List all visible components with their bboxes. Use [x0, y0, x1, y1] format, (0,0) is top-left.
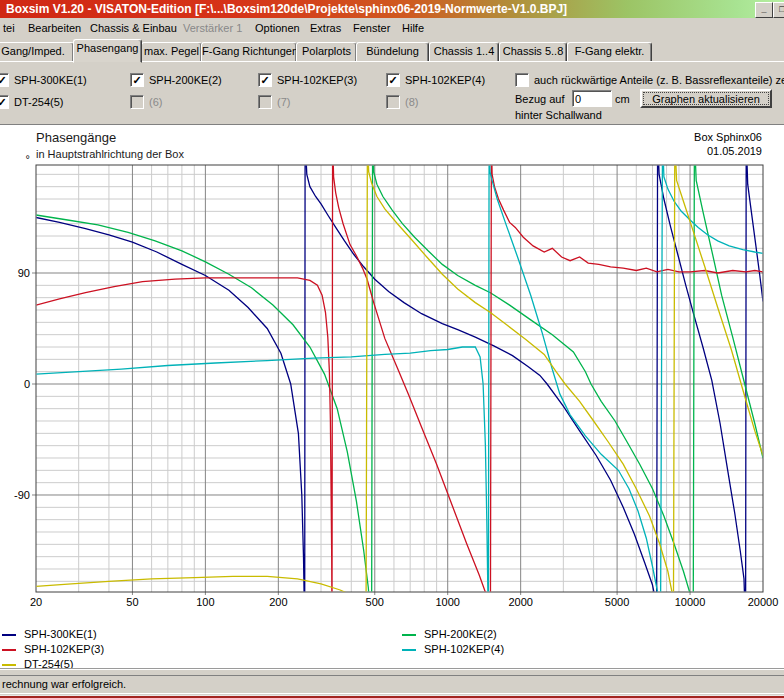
chart-panel: Phasengänge in Hauptstrahlrichtung der B…: [0, 124, 784, 668]
driver-label: (7): [277, 95, 290, 109]
driver-label: SPH-300KE(1): [14, 73, 87, 87]
checkbox-checked-icon[interactable]: ✓: [386, 73, 400, 87]
bezug-unit-label: cm: [615, 93, 630, 105]
statusbar: rechnung war erfolgreich.: [0, 668, 784, 698]
tab-max-pegel[interactable]: max. Pegel: [141, 42, 202, 62]
bezug-label: Bezug auf: [515, 93, 565, 105]
menubar: tei Bearbeiten Chassis & Einbau Verstärk…: [0, 18, 784, 38]
menu-item-hilfe[interactable]: Hilfe: [400, 18, 426, 38]
bezug-input[interactable]: [572, 90, 612, 107]
legend-swatch-green: [402, 634, 416, 636]
checkbox-unchecked-icon: [258, 95, 272, 109]
boxsim-window: Boxsim V1.20 - VISATON-Edition [F:\...\B…: [0, 0, 784, 698]
chart-date: 01.05.2019: [707, 145, 762, 157]
checkbox-checked-icon[interactable]: ✓: [130, 73, 144, 87]
driver-label: SPH-102KEP(3): [277, 73, 357, 87]
window-title: Boxsim V1.20 - VISATON-Edition [F:\...\B…: [6, 2, 567, 16]
tab-fgang-richtungen[interactable]: F-Gang Richtungen: [201, 42, 297, 62]
checkbox-unchecked-icon[interactable]: [515, 73, 529, 87]
chart-title: Phasengänge: [36, 130, 116, 145]
menu-item-optionen[interactable]: Optionen: [253, 18, 302, 38]
menu-item-verstaerker: Verstärker 1: [181, 18, 244, 38]
driver-label: (8): [405, 95, 418, 109]
rear-contribution-label: auch rückwärtige Anteile (z. B. Bassrefl…: [534, 73, 784, 87]
status-message: rechnung war erfolgreich.: [0, 675, 784, 694]
tab-fgang-imped[interactable]: Gang/Imped.: [0, 42, 74, 62]
tabbar: Gang/Imped. Phasengang max. Pegel F-Gang…: [0, 38, 784, 61]
legend-swatch-cyan: [402, 649, 416, 651]
legend-swatch-red: [2, 649, 16, 651]
driver-label: SPH-102KEP(4): [405, 73, 485, 87]
legend-label: SPH-300KE(1): [24, 628, 97, 641]
checkbox-checked-icon[interactable]: ✓: [0, 73, 9, 87]
tab-fgang-elektr[interactable]: F-Gang elektr.: [567, 42, 652, 62]
tab-chassis-1-4[interactable]: Chassis 1..4: [429, 42, 499, 62]
driver-label: SPH-200KE(2): [149, 73, 222, 87]
driver-label: DT-254(5): [14, 95, 64, 109]
menu-item-chassis-einbau[interactable]: Chassis & Einbau: [88, 18, 179, 38]
checkbox-unchecked-icon: [130, 95, 144, 109]
titlebar[interactable]: Boxsim V1.20 - VISATON-Edition [F:\...\B…: [0, 0, 784, 18]
menu-item-datei-clipped[interactable]: tei: [1, 18, 17, 38]
menu-item-bearbeiten[interactable]: Bearbeiten: [26, 18, 83, 38]
tab-chassis-5-8[interactable]: Chassis 5..8: [499, 42, 567, 62]
driver-label: (6): [149, 95, 162, 109]
legend-swatch-blue: [2, 634, 16, 636]
legend-swatch-yellow: [2, 664, 16, 666]
maximize-button[interactable]: □: [773, 2, 784, 18]
checkbox-unchecked-icon: [386, 95, 400, 109]
menu-item-fenster[interactable]: Fenster: [351, 18, 392, 38]
tab-phasengang[interactable]: Phasengang: [73, 39, 142, 63]
box-name: Box Sphinx06: [694, 131, 762, 143]
tab-buendelung[interactable]: Bündelung: [356, 42, 429, 62]
behind-baffle-label: hinter Schallwand: [515, 109, 602, 121]
legend-label: SPH-200KE(2): [424, 628, 497, 641]
legend-label: SPH-102KEP(4): [424, 643, 504, 656]
minimize-button[interactable]: _: [755, 2, 773, 18]
update-graphs-button[interactable]: Graphen aktualisieren: [640, 89, 772, 108]
controls-panel: ✓ SPH-300KE(1) ✓ SPH-200KE(2) ✓ SPH-102K…: [0, 61, 784, 125]
checkbox-checked-icon[interactable]: ✓: [258, 73, 272, 87]
rear-contribution-checkbox[interactable]: auch rückwärtige Anteile (z. B. Bassrefl…: [515, 73, 784, 87]
checkbox-checked-icon[interactable]: ✓: [0, 95, 9, 109]
legend-label: SPH-102KEP(3): [24, 643, 104, 656]
tab-polarplots[interactable]: Polarplots: [296, 42, 357, 62]
menu-item-extras[interactable]: Extras: [308, 18, 343, 38]
chart-subtitle: in Hauptstrahlrichtung der Box: [36, 148, 184, 160]
